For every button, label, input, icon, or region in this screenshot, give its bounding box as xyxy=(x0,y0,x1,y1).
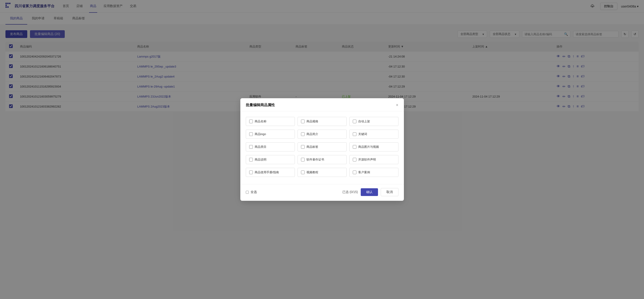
modal-title: 批量编辑商品属性 xyxy=(246,103,275,108)
options-grid: 商品名称 商品规格 自动上架 商品logo 商品简介 xyxy=(246,117,398,117)
batch-edit-modal: 批量编辑商品属性 × 商品名称 商品规格 自动上架 商品lo xyxy=(240,98,404,117)
modal-header: 批量编辑商品属性 × xyxy=(240,98,404,111)
option-product-name[interactable]: 商品名称 xyxy=(246,117,295,117)
option-product-spec[interactable]: 商品规格 xyxy=(298,117,347,117)
option-auto-shelf[interactable]: 自动上架 xyxy=(349,117,398,117)
modal-body: 商品名称 商品规格 自动上架 商品logo 商品简介 xyxy=(240,111,404,117)
modal-overlay: 批量编辑商品属性 × 商品名称 商品规格 自动上架 商品lo xyxy=(0,0,644,117)
modal-close-btn[interactable]: × xyxy=(396,103,398,108)
